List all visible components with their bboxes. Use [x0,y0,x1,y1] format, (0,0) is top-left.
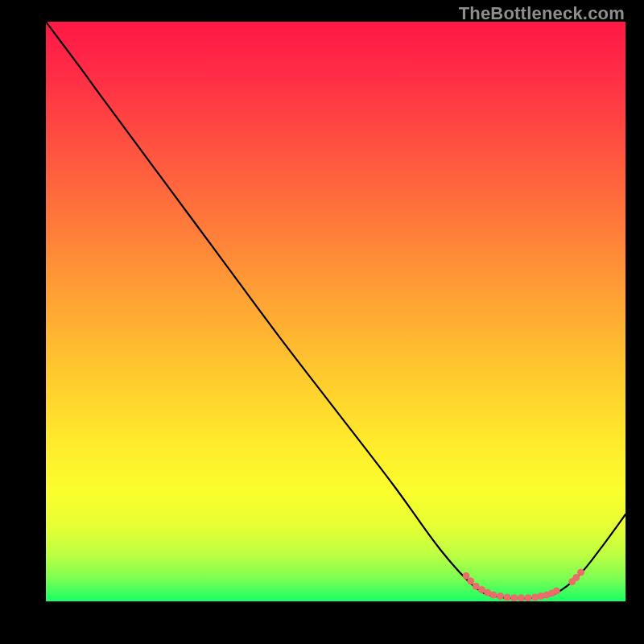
data-marker [511,595,518,601]
gradient-background [46,22,625,601]
data-marker [504,594,510,601]
data-marker [468,578,474,584]
data-marker [553,588,559,594]
data-marker [573,574,580,580]
data-marker [490,592,497,598]
data-marker [518,595,524,601]
data-marker [497,593,503,600]
data-marker [473,583,479,589]
data-marker [532,594,539,601]
chart-svg [46,22,625,601]
data-marker [463,572,469,579]
data-marker [538,593,544,600]
data-marker [525,595,531,601]
chart-plot-area [46,22,625,601]
chart-container: TheBottleneck.com [0,0,644,644]
data-marker [578,569,584,576]
